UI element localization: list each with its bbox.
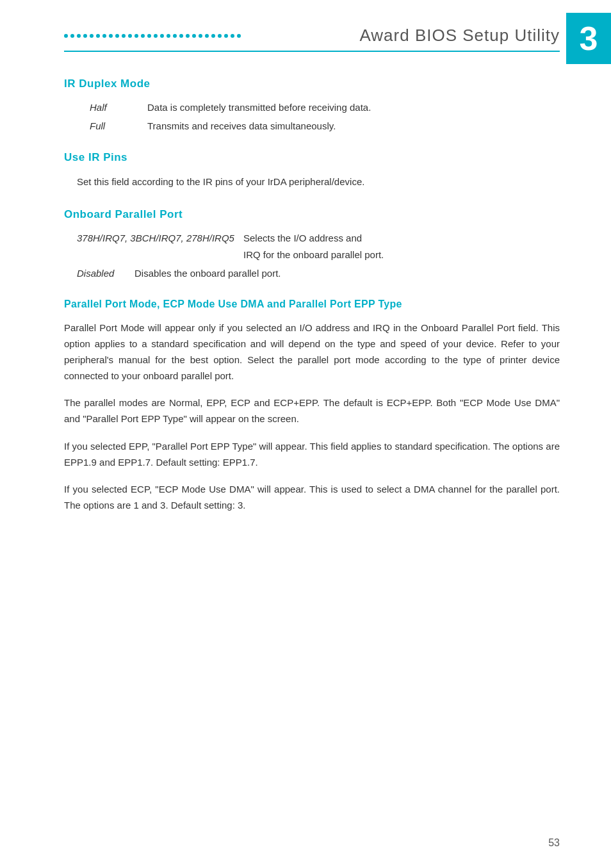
dot [141,34,145,38]
header-title: Award BIOS Setup Utility [359,26,560,45]
dot [173,34,177,38]
dot [205,34,209,38]
dot [90,34,94,38]
dot [134,34,138,38]
dot [231,34,234,38]
opp-irq-term: 378H/IRQ7, 3BCH/IRQ7, 278H/IRQ5 [77,231,243,246]
section-title-ir-pins: Use IR Pins [64,151,560,164]
section-parallel-port-mode: Parallel Port Mode, ECP Mode Use DMA and… [64,299,560,514]
paragraph-3: If you selected EPP, "Parallel Port EPP … [64,439,560,471]
definition-half: Half Data is completely transmitted befo… [90,101,560,115]
dot [218,34,222,38]
desc-half: Data is completely transmitted before re… [147,101,371,115]
header-dots [64,33,346,38]
dot [224,34,228,38]
dot [128,34,132,38]
term-half: Half [90,101,147,115]
ir-pins-body: Set this field according to the IR pins … [64,174,560,190]
parallel-port-mode-body: Parallel Port Mode will appear only if y… [64,320,560,514]
dot [77,34,81,38]
page-header: Award BIOS Setup Utility [64,26,560,52]
onboard-parallel-content: 378H/IRQ7, 3BCH/IRQ7, 278H/IRQ5 Selects … [64,231,560,281]
opp-irq-desc1: Selects the I/O address and [243,231,560,246]
dot [102,34,106,38]
paragraph-4: If you selected ECP, "ECP Mode Use DMA" … [64,482,560,514]
section-title-parallel-port-mode: Parallel Port Mode, ECP Mode Use DMA and… [64,299,560,310]
dot [211,34,215,38]
dot [199,34,202,38]
opp-irq-row: 378H/IRQ7, 3BCH/IRQ7, 278H/IRQ5 Selects … [77,231,560,246]
dot [154,34,158,38]
dot [237,34,241,38]
dot [83,34,87,38]
dot [179,34,183,38]
section-content-ir-duplex: Half Data is completely transmitted befo… [64,101,560,133]
dot [115,34,119,38]
dot [96,34,100,38]
definition-full: Full Transmits and receives data simulta… [90,119,560,134]
dot [122,34,126,38]
section-title-ir-duplex: IR Duplex Mode [64,78,560,90]
term-full: Full [90,119,147,134]
opp-disabled-row: Disabled Disables the onboard parallel p… [77,266,560,281]
page-container: 3 [0,0,611,868]
dot [167,34,170,38]
opp-disabled-term: Disabled [77,266,134,281]
section-onboard-parallel: Onboard Parallel Port 378H/IRQ7, 3BCH/IR… [64,208,560,281]
dot [109,34,113,38]
dot [192,34,196,38]
ir-duplex-definitions: Half Data is completely transmitted befo… [90,101,560,133]
dot [147,34,151,38]
dot [186,34,190,38]
dot [70,34,74,38]
page-number: 53 [548,837,560,849]
chapter-number: 3 [566,13,611,64]
desc-full: Transmits and receives data simultaneous… [147,119,336,134]
section-ir-duplex-mode: IR Duplex Mode Half Data is completely t… [64,78,560,133]
opp-disabled-desc: Disables the onboard parallel port. [134,266,281,281]
paragraph-1: Parallel Port Mode will appear only if y… [64,320,560,384]
dot [160,34,164,38]
opp-irq-indent: IRQ for the onboard parallel port. [77,248,560,263]
section-title-onboard-parallel: Onboard Parallel Port [64,208,560,221]
section-use-ir-pins: Use IR Pins Set this field according to … [64,151,560,190]
dot [64,34,68,38]
paragraph-2: The parallel modes are Normal, EPP, ECP … [64,395,560,427]
